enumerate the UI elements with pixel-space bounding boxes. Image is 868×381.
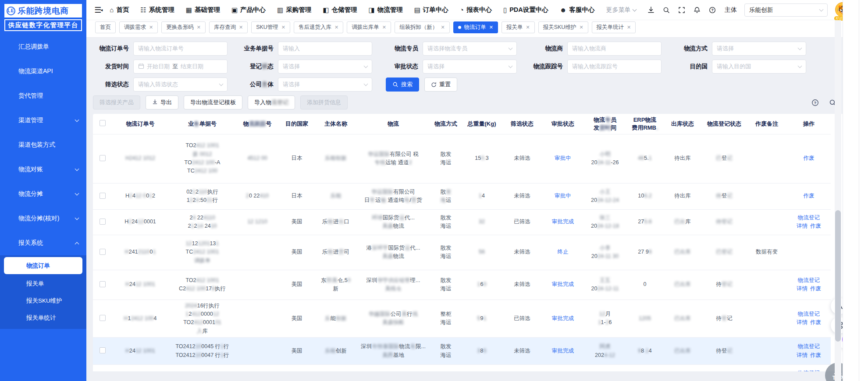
sidebar-item-渠道管理[interactable]: 渠道管理	[0, 108, 86, 133]
filter-select[interactable]: 请选择	[423, 60, 517, 74]
toolbar-button-导入物流登记[interactable]: 导入物流登记	[248, 95, 295, 109]
tab-报关SKU维护[interactable]: 报关SKU维护✕	[538, 21, 588, 33]
nav-item-报表中心[interactable]: ◔报表中心	[460, 6, 492, 14]
close-icon[interactable]: ✕	[489, 25, 493, 30]
download-icon[interactable]	[647, 6, 655, 14]
nav-item-产品中心[interactable]: ▣产品中心	[231, 6, 266, 14]
close-icon[interactable]: ✕	[627, 25, 631, 30]
nav-item-仓储管理[interactable]: ◧仓储管理	[323, 6, 357, 14]
op-link-作废[interactable]: 作废	[804, 155, 815, 161]
filter-select[interactable]: 请输入筛选状态	[133, 78, 228, 92]
nav-item-PDA设置中心[interactable]: ▯PDA设置中心	[503, 6, 548, 14]
close-icon[interactable]: ✕	[149, 25, 153, 30]
row-checkbox[interactable]	[100, 347, 106, 353]
row-checkbox[interactable]	[100, 281, 106, 287]
filter-select[interactable]: 请选择	[278, 78, 372, 92]
op-link-物流登记[interactable]: 物流登记	[798, 311, 820, 317]
help-icon[interactable]: ?	[708, 6, 716, 14]
sidebar-item-汇总调拨单[interactable]: 汇总调拨单	[0, 35, 86, 59]
filter-input[interactable]: 开始日期至结束日期	[133, 60, 228, 74]
filter-input[interactable]: 请输入物流订单号	[133, 42, 228, 56]
sidebar-item-物流分摊[interactable]: 物流分摊	[0, 182, 86, 206]
close-icon[interactable]: ✕	[382, 25, 386, 30]
nav-item-物流管理[interactable]: ◨物流管理	[368, 6, 402, 14]
column-header-ops: 操作	[787, 114, 831, 134]
sidebar-subitem-报关单统计[interactable]: 报关单统计	[0, 309, 86, 326]
op-link-详情[interactable]: 详情	[797, 286, 808, 292]
help-icon[interactable]: ?	[811, 99, 819, 106]
nav-item-客服中心[interactable]: ☻客服中心	[560, 6, 595, 14]
row-checkbox[interactable]	[100, 193, 106, 199]
sidebar-item-报关系统[interactable]: 报关系统	[0, 231, 86, 255]
op-link-作废[interactable]: 作废	[810, 319, 821, 325]
fullscreen-icon[interactable]	[678, 6, 686, 14]
filter-input[interactable]: 请输入	[278, 42, 372, 56]
filter-select[interactable]: 请输入目的国	[712, 60, 806, 74]
sidebar-item-渠道包装方式[interactable]: 渠道包装方式	[0, 133, 86, 157]
op-link-作废[interactable]: 作废	[810, 223, 821, 229]
nav-item-基础管理[interactable]: ▦基础管理	[186, 6, 220, 14]
close-icon[interactable]: ✕	[281, 25, 285, 30]
entity-select[interactable]: 乐能创新	[744, 4, 828, 17]
filter-input[interactable]: 请输入物流跟踪号	[567, 60, 662, 74]
tab-报关单[interactable]: 报关单✕	[502, 21, 535, 33]
op-link-物流登记[interactable]: 物流登记	[798, 370, 820, 371]
sidebar-item-物流对账[interactable]: 物流对账	[0, 157, 86, 182]
tab-更换条形码[interactable]: 更换条形码✕	[161, 21, 206, 33]
sidebar-subitem-报关单[interactable]: 报关单	[0, 275, 86, 292]
op-link-物流登记[interactable]: 物流登记	[798, 277, 820, 283]
sidebar-item-货代管理[interactable]: 货代管理	[0, 84, 86, 108]
nav-item-采购管理[interactable]: ▥采购管理	[277, 6, 311, 14]
search-button[interactable]: 搜索	[386, 78, 419, 92]
op-link-物流登记[interactable]: 物流登记	[798, 215, 820, 221]
close-icon[interactable]: ✕	[526, 25, 530, 30]
search-icon[interactable]	[662, 6, 670, 14]
tab-物流订单[interactable]: 物流订单✕	[453, 21, 498, 33]
cell-voidNote	[747, 365, 787, 372]
sidebar-collapse-icon[interactable]: ☰◂	[94, 5, 103, 15]
row-checkbox[interactable]	[100, 219, 106, 225]
op-link-物流登记[interactable]: 物流登记	[798, 343, 820, 349]
select-all-checkbox[interactable]	[100, 120, 106, 126]
sidebar-subitem-物流订单[interactable]: 物流订单	[4, 257, 82, 274]
close-icon[interactable]: ✕	[239, 25, 243, 30]
tab-库存查询[interactable]: 库存查询✕	[209, 21, 248, 33]
sidebar-subitem-报关SKU维护[interactable]: 报关SKU维护	[0, 292, 86, 309]
close-icon[interactable]: ✕	[197, 25, 201, 30]
tab-组装拆卸（新）[interactable]: 组装拆卸（新）✕	[395, 21, 450, 33]
toolbar-button-导出[interactable]: 导出	[146, 95, 178, 109]
tab-调拨出库单[interactable]: 调拨出库单✕	[347, 21, 391, 33]
close-icon[interactable]: ✕	[334, 25, 338, 30]
tab-报关单统计[interactable]: 报关单统计✕	[592, 21, 636, 33]
filter-select[interactable]: 请选择物流专员	[423, 42, 517, 56]
toolbar-button-导出物流登记模板[interactable]: 导出物流登记模板	[184, 95, 242, 109]
filter-select[interactable]: 请选择	[712, 42, 806, 56]
nav-item-订单中心[interactable]: ▤订单中心	[414, 6, 448, 14]
tab-首页[interactable]: 首页	[95, 21, 116, 33]
op-link-详情[interactable]: 详情	[797, 223, 808, 229]
tab-调拨需求[interactable]: 调拨需求✕	[119, 21, 158, 33]
close-icon[interactable]: ✕	[579, 25, 583, 30]
bell-icon[interactable]	[693, 6, 701, 14]
row-checkbox[interactable]	[100, 249, 106, 255]
sidebar-item-物流分摊(核对)[interactable]: 物流分摊(核对)	[0, 206, 86, 231]
row-checkbox[interactable]	[100, 315, 106, 321]
op-link-作废[interactable]: 作废	[804, 193, 815, 199]
cell-line: 审批完成	[544, 280, 582, 289]
op-link-作废[interactable]: 作废	[810, 352, 821, 358]
scrollbar-thumb[interactable]	[835, 210, 841, 342]
filter-select[interactable]: 请选择	[278, 60, 372, 74]
op-link-作废[interactable]: 作废	[810, 286, 821, 292]
reset-button[interactable]: 重置	[424, 78, 457, 92]
nav-item-首页[interactable]: ⌂首页	[110, 6, 129, 14]
tab-售后退货入库[interactable]: 售后退货入库✕	[294, 21, 343, 33]
op-link-详情[interactable]: 详情	[797, 319, 808, 325]
row-checkbox[interactable]	[100, 155, 106, 161]
op-link-详情[interactable]: 详情	[797, 352, 808, 358]
nav-item-系统管理[interactable]: ☷系统管理	[140, 6, 174, 14]
filter-input[interactable]: 请输入物流商	[567, 42, 662, 56]
close-icon[interactable]: ✕	[441, 25, 445, 30]
tab-SKU管理[interactable]: SKU管理✕	[251, 21, 290, 33]
sidebar-item-物流渠道API[interactable]: 物流渠道API	[0, 59, 86, 84]
more-menu[interactable]: 更多菜单	[606, 6, 636, 14]
